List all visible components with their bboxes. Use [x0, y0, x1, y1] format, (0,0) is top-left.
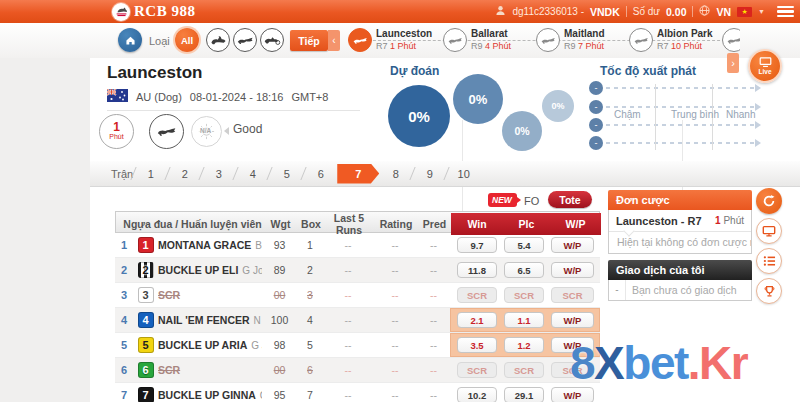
win-odds-button[interactable]: 2.1 — [457, 312, 497, 328]
live-button[interactable]: Live — [748, 49, 782, 83]
header-runner: Ngựa đua / Huấn luyện viên — [116, 218, 263, 230]
header-box: Box — [298, 218, 324, 230]
results-list-button[interactable] — [756, 248, 782, 274]
tote-button[interactable]: Tote — [548, 191, 592, 208]
box-value: 1 — [297, 239, 323, 251]
filter-all-button[interactable]: All — [175, 28, 199, 52]
table-row: 4 4 NAIL 'EM FENCERN A... 100 4 -- -- --… — [115, 308, 600, 333]
table-row: 1 1 MONTANA GRACEB M... 93 1 -- -- -- 9.… — [115, 233, 600, 258]
new-badge: NEW — [488, 193, 517, 207]
weight-value: 93 — [262, 239, 297, 251]
speed-lane: - — [589, 81, 764, 95]
fixed-odds-label[interactable]: FO — [524, 195, 539, 207]
weight-value: 00 — [262, 364, 297, 376]
runner-number: 1 — [115, 239, 133, 251]
last5-value: -- — [323, 339, 373, 351]
refresh-button[interactable] — [756, 188, 782, 214]
refresh-icon — [762, 194, 776, 208]
runners-table: Ngựa đua / Huấn luyện viên Wgt Box Last … — [115, 211, 600, 402]
win-odds-button[interactable]: 9.7 — [457, 237, 497, 253]
chevron-left-icon[interactable]: ‹ — [328, 30, 340, 51]
pred-value: -- — [417, 314, 450, 326]
runner-number: 3 — [115, 289, 133, 301]
rating-value: -- — [373, 364, 417, 376]
menu-icon[interactable] — [777, 6, 794, 17]
tab-race-1[interactable]: 1 — [134, 168, 167, 180]
wp-button[interactable]: W/P — [551, 312, 594, 328]
ticker-race-maitland[interactable]: MaitlandR9 7 Phút — [536, 26, 628, 52]
tab-race-2[interactable]: 2 — [168, 168, 201, 180]
trap-icon: 7 — [138, 387, 154, 402]
wp-button[interactable]: W/P — [551, 387, 594, 402]
header-pred: Pred — [418, 218, 451, 230]
live-video-button[interactable] — [756, 218, 782, 244]
trap-icon: 1 — [138, 237, 154, 253]
horse-racing-icon[interactable] — [206, 28, 230, 52]
prediction-bubble: 0% — [502, 111, 542, 151]
ticker-race-albion-park[interactable]: Albion ParkR7 10 Phút — [629, 26, 721, 52]
plc-odds-button[interactable]: 1.2 — [504, 337, 544, 353]
tab-race-8[interactable]: 8 — [379, 168, 412, 180]
results-trophy-button[interactable] — [756, 278, 782, 304]
table-row-scratched: 3 3 SCR 00 3 -- -- -- SCR SCR SCR — [115, 283, 600, 308]
tab-race-10[interactable]: 10 — [447, 168, 480, 180]
greyhound-icon — [536, 28, 560, 52]
home-button[interactable] — [118, 28, 142, 52]
race-info-strip: Launceston AU (Dog) 08-01-2024 - 18:16 G… — [90, 58, 800, 162]
divider — [692, 6, 693, 17]
chevron-down-icon[interactable]: ▼ — [758, 8, 765, 15]
table-row: 7 7 BUCKLE UP GINNAG ... 95 7 -- -- -- 1… — [115, 383, 600, 402]
race-tab-bar: Trận 1 2 3 4 5 6 7 8 9 10 — [90, 161, 800, 187]
type-label: Loại — [149, 35, 170, 47]
plc-odds-button[interactable]: 6.5 — [504, 262, 544, 278]
pred-value: -- — [417, 239, 450, 251]
box-value: 7 — [297, 389, 323, 401]
header-plc: Plc — [503, 213, 550, 235]
ticker-race-launceston[interactable]: LauncestonR7 1 Phút — [348, 26, 440, 52]
win-odds-button[interactable]: 10.2 — [457, 387, 497, 402]
greyhound-icon[interactable] — [233, 28, 257, 52]
ticker-race-angle-park[interactable]: Angle ParR10 13 Ph — [722, 26, 740, 52]
plc-odds-button[interactable]: 1.1 — [504, 312, 544, 328]
plc-odds-button[interactable]: 5.4 — [504, 237, 544, 253]
tab-race-7[interactable]: 7 — [337, 164, 379, 184]
tab-race-4[interactable]: 4 — [236, 168, 269, 180]
tab-race-3[interactable]: 3 — [202, 168, 235, 180]
weight-value: 100 — [262, 314, 297, 326]
trap-icon: 6 — [138, 362, 154, 378]
language-label[interactable]: VN — [716, 6, 731, 18]
prediction-bubble: 0% — [388, 85, 450, 147]
pred-value: -- — [417, 389, 450, 401]
wp-button: SCR — [551, 287, 594, 303]
win-odds-button[interactable]: 3.5 — [457, 337, 497, 353]
tab-race-5[interactable]: 5 — [270, 168, 303, 180]
last5-value: -- — [323, 364, 373, 376]
ticker-next-icon[interactable]: › — [727, 53, 739, 73]
harness-racing-icon[interactable] — [260, 28, 284, 52]
table-header: Ngựa đua / Huấn luyện viên Wgt Box Last … — [115, 211, 600, 233]
vietnam-flag-icon: ★ — [737, 7, 752, 17]
header-rating: Rating — [374, 218, 418, 230]
wp-button[interactable]: W/P — [551, 337, 594, 353]
race-datetime: 08-01-2024 - 18:16 — [190, 91, 284, 103]
weight-value: 98 — [262, 339, 297, 351]
rating-value: -- — [373, 314, 417, 326]
track-title: Launceston — [107, 63, 202, 83]
brand-logo[interactable]: RCB 988 — [112, 3, 195, 21]
tab-race-6[interactable]: 6 — [304, 168, 337, 180]
greyhound-icon — [149, 114, 184, 149]
speed-label-fast: Nhanh — [726, 109, 755, 120]
greyhound-icon — [722, 28, 740, 52]
win-odds-button[interactable]: 11.8 — [457, 262, 497, 278]
ticker-race-ballarat[interactable]: BallaratR9 4 Phút — [443, 26, 535, 52]
weight-value: 89 — [262, 264, 297, 276]
wp-button[interactable]: W/P — [551, 237, 594, 253]
currency-code: VNDK — [590, 6, 620, 18]
next-race-button[interactable]: Tiếp — [290, 30, 328, 51]
topbar-account-area: dg11c2336013 - VNDK Số dư 0.00 VN ★ ▼ — [495, 5, 794, 18]
tab-race-9[interactable]: 9 — [413, 168, 446, 180]
plc-odds-button[interactable]: 29.1 — [504, 387, 544, 402]
wp-button[interactable]: W/P — [551, 262, 594, 278]
prediction-bubble: 0% — [453, 74, 503, 124]
runner-name: MONTANA GRACE — [158, 239, 251, 251]
